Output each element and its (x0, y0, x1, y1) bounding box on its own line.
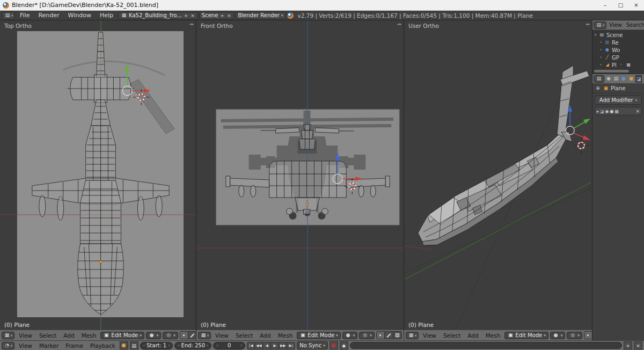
editor-type-button[interactable]: ▦▾ (2, 332, 14, 339)
frames-copy-button[interactable]: ▤ (130, 341, 138, 349)
add-menu[interactable]: Add (61, 332, 77, 339)
editor-type-button[interactable]: ◔▾ (2, 342, 14, 349)
mesh-menu[interactable]: Mesh (483, 332, 503, 339)
transform-manipulator[interactable] (566, 105, 590, 140)
screen-layout-selector[interactable]: ▦ Ka52_Building_fro... + × (118, 12, 198, 19)
jump-to-start-button[interactable]: |◀ (247, 342, 255, 349)
view-menu[interactable]: View (16, 332, 35, 339)
tab-object-icon[interactable]: ▣ (628, 75, 634, 83)
user-view-scene[interactable] (404, 20, 592, 330)
editor-type-button[interactable]: ▤▾ (594, 21, 606, 29)
view-menu[interactable]: View (420, 332, 439, 339)
timeline-playback-menu[interactable]: Playback (87, 342, 118, 349)
timeline-view-menu[interactable]: View (16, 342, 35, 349)
render-engine-selector[interactable]: Blender Render ▾ (235, 12, 286, 19)
pivot-dropdown[interactable]: ◎▾ (163, 332, 178, 339)
viewport-user-canvas[interactable]: User Ortho (0) Plane ◂▸ (404, 20, 592, 330)
add-menu[interactable]: Add (465, 332, 481, 339)
mode-dropdown[interactable]: ▣Edit Mode▾ (297, 332, 340, 339)
delete-scene-button[interactable]: × (226, 13, 232, 18)
keyframe-button[interactable]: ◆ (340, 341, 348, 349)
close-button[interactable]: × (628, 0, 644, 10)
modifier-row[interactable]: ▸ ◪ ◉ ● ▦ × (595, 107, 642, 115)
play-reverse-button[interactable]: ◀ (263, 342, 271, 349)
start-frame-field[interactable]: ‹ Start: 1 › (140, 342, 173, 349)
current-frame-field[interactable]: ‹ 0 › (213, 342, 245, 349)
select-menu[interactable]: Select (441, 332, 463, 339)
render-menu[interactable]: Render (34, 12, 63, 19)
vertex-select-button[interactable] (376, 331, 385, 339)
mesh-menu[interactable]: Mesh (79, 332, 99, 339)
editmode-toggle-icon[interactable]: ▦ (615, 109, 619, 114)
add-menu[interactable]: Add (257, 332, 273, 339)
delete-keyframe-icon-button[interactable]: × (634, 341, 642, 349)
edge-select-button[interactable] (188, 331, 196, 339)
select-menu[interactable]: Select (36, 332, 59, 339)
sync-dropdown[interactable]: No Sync ▾ (297, 341, 327, 349)
add-layout-button[interactable]: + (184, 13, 189, 18)
area-resize-widget[interactable]: ◂▸ (586, 22, 590, 26)
prev-keyframe-button[interactable]: ◀◀ (255, 342, 263, 349)
helicopter-perspective-mesh[interactable] (418, 65, 589, 245)
insert-keyframe-icon-button[interactable]: + (624, 341, 632, 349)
area-resize-widget[interactable]: ◂▸ (189, 22, 194, 26)
front-view-scene[interactable] (196, 20, 404, 330)
vertex-select-button[interactable] (584, 331, 592, 339)
mode-dropdown[interactable]: ▣Edit Mode▾ (504, 332, 548, 339)
face-select-button[interactable] (393, 331, 402, 339)
editor-type-button[interactable]: ▦▾ (406, 332, 419, 339)
timeline-frame-menu[interactable]: Frame (63, 342, 86, 349)
delete-modifier-button[interactable]: × (635, 108, 640, 114)
area-resize-widget[interactable]: ◂▸ (397, 22, 402, 26)
scene-selector[interactable]: Scene + × (199, 12, 235, 19)
decrement-arrow-icon[interactable]: ‹ (143, 343, 145, 348)
render-toggle-icon[interactable]: ◉ (605, 109, 609, 114)
expand-modifier-icon[interactable]: ▸ (597, 109, 599, 114)
outliner-item-plane[interactable]: • ◢ Pl ◦ ▦ (594, 61, 644, 69)
editor-type-button[interactable]: ▤ (594, 75, 604, 83)
jump-to-end-button[interactable]: ▶| (287, 342, 295, 349)
shading-dropdown[interactable]: ●▾ (550, 332, 566, 339)
next-keyframe-button[interactable]: ▶▶ (279, 342, 287, 349)
shading-dropdown[interactable]: ●▾ (342, 332, 358, 339)
outliner-item-greasepencil[interactable]: • ╱ GP (594, 54, 644, 61)
editor-type-button[interactable]: ▦▾ (198, 332, 211, 339)
tab-scene-icon[interactable]: ▤ (613, 75, 619, 83)
decrement-arrow-icon[interactable]: ‹ (178, 343, 179, 348)
edge-select-button[interactable] (385, 331, 393, 339)
add-modifier-button[interactable]: Add Modifier ▾ (595, 96, 642, 105)
keying-set-field[interactable] (350, 342, 622, 349)
preview-range-button[interactable] (120, 341, 128, 349)
increment-arrow-icon[interactable]: › (240, 343, 242, 348)
top-view-scene[interactable] (0, 20, 196, 330)
vertex-select-button[interactable] (180, 331, 188, 339)
shading-dropdown[interactable]: ●▾ (146, 332, 162, 339)
editor-type-button[interactable]: ▤▾ (2, 12, 15, 19)
pin-icon[interactable]: ⊕ (595, 85, 601, 92)
visibility-toggle-icon[interactable]: ● (610, 109, 614, 114)
outliner-view-menu[interactable]: View (608, 22, 624, 28)
window-menu[interactable]: Window (64, 12, 95, 19)
pivot-dropdown[interactable]: ◎▾ (567, 332, 582, 339)
disclosure-icon[interactable]: ▾ (594, 33, 597, 37)
minimize-button[interactable]: – (597, 0, 613, 10)
decrement-arrow-icon[interactable]: ‹ (216, 343, 218, 348)
increment-arrow-icon[interactable]: › (168, 343, 170, 348)
outliner-item-renderlayers[interactable]: • ▥ Re (594, 39, 644, 46)
mesh-menu[interactable]: Mesh (275, 332, 296, 339)
viewport-front-canvas[interactable]: Front Ortho (0) Plane ◂▸ (196, 20, 404, 330)
play-button[interactable]: ▶ (271, 342, 279, 349)
outliner-item-scene[interactable]: ▾ ▤ Scene (594, 31, 644, 39)
maximize-button[interactable]: □ (613, 0, 628, 10)
view-menu[interactable]: View (213, 332, 231, 339)
timeline-marker-menu[interactable]: Marker (36, 342, 61, 349)
increment-arrow-icon[interactable]: › (207, 343, 208, 348)
auto-keyframe-button[interactable] (330, 341, 338, 349)
viewport-top-canvas[interactable]: Top Ortho (0) Plane ◂▸ (0, 20, 196, 330)
end-frame-field[interactable]: ‹ End: 250 › (174, 342, 211, 349)
scrollbar-thumb[interactable] (594, 70, 629, 72)
outliner-search-menu[interactable]: Search (625, 22, 644, 28)
mode-dropdown[interactable]: ▣Edit Mode▾ (100, 332, 144, 339)
tab-render-icon[interactable]: ◉ (605, 75, 612, 83)
add-scene-button[interactable]: + (219, 13, 225, 18)
